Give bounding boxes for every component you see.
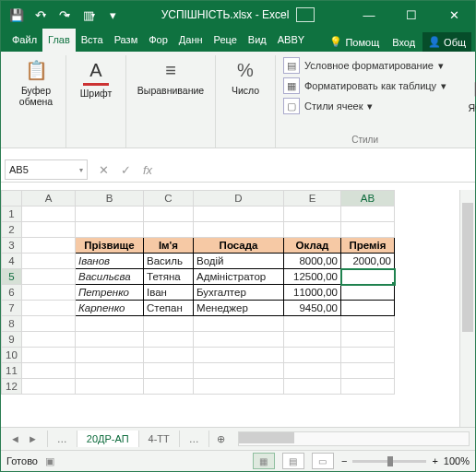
title-bar: 💾 ↶▾ ↷▾ ▥▾ ▾ УСПІШНІСТЬ.xlsx - Excel — ☐… — [1, 1, 475, 29]
display-options-icon[interactable] — [296, 7, 315, 22]
bulb-icon: 💡 — [329, 36, 342, 48]
login-button[interactable]: Вход — [387, 33, 421, 52]
horizontal-scrollbar[interactable] — [238, 431, 470, 446]
align-icon: ≡ — [158, 57, 184, 83]
close-button[interactable]: ✕ — [433, 1, 475, 29]
col-header-C[interactable]: C — [144, 191, 194, 206]
status-ready: Готово — [6, 455, 38, 466]
window-controls: — ☐ ✕ — [348, 1, 475, 29]
number-button[interactable]: %Число — [221, 55, 269, 98]
view-normal-button[interactable]: ▦ — [253, 453, 275, 469]
share-icon: 👤 — [428, 36, 441, 48]
zoom-level[interactable]: 100% — [444, 455, 470, 466]
worksheet-grid[interactable]: ABCDEAB123ПрізвищеІм'яПосадаОкладПремія4… — [1, 183, 475, 427]
row-header-6[interactable]: 6 — [2, 285, 22, 301]
save-icon[interactable]: 💾 — [6, 5, 27, 25]
tab-file[interactable]: Файл — [6, 29, 42, 52]
window-title: УСПІШНІСТЬ.xlsx - Excel — [128, 7, 348, 22]
tab-insert[interactable]: Вста — [76, 29, 109, 52]
share-button[interactable]: 👤Общ — [422, 32, 471, 52]
sheet-tab-ellipsis[interactable]: … — [47, 431, 77, 447]
font-color-icon: A — [83, 57, 109, 86]
sheet-tab-2[interactable]: 4-ТТ — [139, 431, 180, 447]
font-button[interactable]: AШрифт — [72, 55, 120, 100]
qat-more-icon[interactable]: ▥▾ — [78, 5, 99, 25]
status-bar: Готово ▣ ▦ ▤ ▭ − + 100% — [1, 450, 475, 471]
tab-review[interactable]: Реце — [208, 29, 243, 52]
row-header-10[interactable]: 10 — [2, 348, 22, 363]
tab-abbyy[interactable]: ABBY — [272, 29, 310, 52]
row-header-5[interactable]: 5 — [2, 269, 22, 285]
ribbon-tabs: Файл Глав Вста Разм Фор Данн Реце Вид AB… — [1, 29, 475, 52]
cancel-icon[interactable]: ✕ — [97, 163, 110, 177]
row-header-9[interactable]: 9 — [2, 332, 22, 348]
redo-icon[interactable]: ↷▾ — [54, 5, 75, 25]
row-header-2[interactable]: 2 — [2, 222, 22, 238]
group-styles: ▤Условное форматирование ▾ ▦Форматироват… — [276, 55, 452, 148]
maximize-button[interactable]: ☐ — [390, 1, 433, 29]
table-icon: ▦ — [283, 77, 300, 94]
cell-style-icon: ▢ — [283, 98, 300, 114]
format-table-button[interactable]: ▦Форматировать как таблицу ▾ — [283, 76, 446, 96]
conditional-format-button[interactable]: ▤Условное форматирование ▾ — [283, 55, 446, 76]
macro-icon[interactable]: ▣ — [45, 455, 54, 467]
select-all-corner[interactable] — [2, 191, 22, 206]
zoom-slider[interactable] — [352, 460, 426, 463]
sheet-nav[interactable]: ◄► — [1, 433, 47, 444]
confirm-icon[interactable]: ✓ — [119, 163, 132, 177]
fx-icon[interactable]: fx — [141, 163, 154, 177]
zoom-in-icon[interactable]: + — [432, 455, 437, 466]
col-header-B[interactable]: B — [76, 191, 144, 206]
row-header-3[interactable]: 3 — [2, 238, 22, 254]
tab-home[interactable]: Глав — [42, 29, 76, 52]
help-button[interactable]: 💡Помощ — [324, 32, 385, 52]
cells-icon: ▣ — [469, 75, 476, 100]
row-header-4[interactable]: 4 — [2, 254, 22, 269]
cell-styles-button[interactable]: ▢Стили ячеек ▾ — [283, 96, 446, 116]
clipboard-icon: 📋 — [23, 57, 49, 83]
group-font: AШрифт — [66, 55, 126, 148]
qat-customize-icon[interactable]: ▾ — [102, 5, 123, 25]
tab-layout[interactable]: Разм — [109, 29, 144, 52]
col-header-AB[interactable]: AB — [341, 191, 395, 206]
formula-bar: AB5▾ ✕ ✓ fx — [1, 158, 475, 183]
group-clipboard: 📋Буфер обмена — [6, 55, 66, 148]
tab-view[interactable]: Вид — [243, 29, 272, 52]
view-pagelayout-button[interactable]: ▤ — [282, 453, 304, 469]
row-header-12[interactable]: 12 — [2, 379, 22, 395]
alignment-button[interactable]: ≡Выравнивание — [132, 55, 209, 98]
ribbon: 📋Буфер обмена AШрифт ≡Выравнивание %Числ… — [1, 52, 475, 148]
group-alignment: ≡Выравнивание — [126, 55, 216, 148]
sheet-tab-more[interactable]: … — [180, 431, 209, 447]
app-window: 💾 ↶▾ ↷▾ ▥▾ ▾ УСПІШНІСТЬ.xlsx - Excel — ☐… — [0, 0, 476, 472]
name-box[interactable]: AB5▾ — [5, 159, 88, 180]
col-header-D[interactable]: D — [194, 191, 284, 206]
group-cells: ▣Ячейк — [452, 55, 476, 148]
group-number: %Число — [216, 55, 276, 148]
zoom-out-icon[interactable]: − — [341, 455, 347, 466]
view-pagebreak-button[interactable]: ▭ — [312, 453, 334, 469]
row-header-1[interactable]: 1 — [2, 206, 22, 222]
sheet-tab-area: ◄► … 20ДР-АП 4-ТТ … ⊕ — [1, 427, 475, 450]
col-header-A[interactable]: A — [22, 191, 76, 206]
add-sheet-button[interactable]: ⊕ — [209, 433, 232, 445]
row-header-7[interactable]: 7 — [2, 301, 22, 316]
row-header-8[interactable]: 8 — [2, 316, 22, 332]
percent-icon: % — [232, 57, 258, 83]
zoom-control[interactable]: − + 100% — [341, 455, 470, 466]
row-header-11[interactable]: 11 — [2, 363, 22, 379]
minimize-button[interactable]: — — [348, 1, 390, 29]
col-header-E[interactable]: E — [284, 191, 341, 206]
cells-button[interactable]: ▣Ячейк — [458, 73, 476, 115]
quick-access-toolbar: 💾 ↶▾ ↷▾ ▥▾ ▾ — [1, 5, 128, 25]
tab-data[interactable]: Данн — [173, 29, 208, 52]
paste-button[interactable]: 📋Буфер обмена — [12, 55, 60, 109]
sheet-tab-1[interactable]: 20ДР-АП — [77, 431, 139, 447]
undo-icon[interactable]: ↶▾ — [30, 5, 51, 25]
vertical-scrollbar[interactable] — [459, 190, 475, 427]
cond-format-icon: ▤ — [283, 57, 300, 74]
tab-formulas[interactable]: Фор — [143, 29, 173, 52]
